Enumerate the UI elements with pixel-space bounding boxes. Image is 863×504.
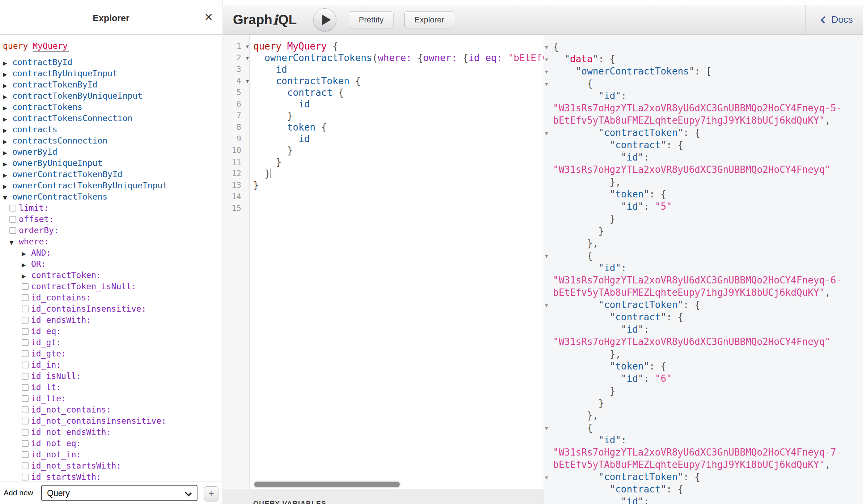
checkbox[interactable] — [22, 429, 29, 436]
tree-item-offset[interactable]: offset: — [0, 214, 222, 225]
tree-item-ownerContractTokenById[interactable]: ▶ownerContractTokenById — [0, 169, 222, 180]
tree-item-contractsConnection[interactable]: ▶contractsConnection — [0, 135, 222, 146]
horizontal-scrollbar[interactable] — [253, 480, 401, 488]
chevron-right-icon[interactable]: ▶ — [22, 271, 31, 282]
query-name-row[interactable]: queryMyQuery — [0, 40, 222, 52]
tree-item-id_not_endsWith[interactable]: id_not_endsWith: — [0, 427, 222, 438]
tree-item-AND[interactable]: ▶AND: — [0, 247, 222, 259]
fold-arrow-icon[interactable]: ▾ — [545, 299, 548, 312]
tree-item-id_gt[interactable]: id_gt: — [0, 337, 222, 348]
tree-item-id_not_in[interactable]: id_not_in: — [0, 449, 222, 460]
add-operation-button[interactable]: + — [204, 486, 218, 501]
chevron-down-icon[interactable]: ▼ — [9, 237, 19, 248]
tree-item-id_in[interactable]: id_in: — [0, 359, 222, 371]
tree-item-contractTokenById[interactable]: ▶contractTokenById — [0, 79, 222, 90]
tree-item-contractByUniqueInput[interactable]: ▶contractByUniqueInput — [0, 68, 222, 79]
code-line[interactable] — [253, 191, 544, 202]
chevron-right-icon[interactable]: ▶ — [3, 181, 12, 192]
chevron-right-icon[interactable]: ▶ — [22, 260, 31, 271]
chevron-right-icon[interactable]: ▶ — [3, 91, 12, 103]
fold-arrow-icon[interactable]: ▾ — [545, 41, 548, 54]
checkbox[interactable] — [9, 216, 16, 223]
tree-item-id_gte[interactable]: id_gte: — [0, 348, 222, 359]
fold-arrow-icon[interactable]: ▾ — [246, 76, 249, 87]
tree-item-OR[interactable]: ▶OR: — [0, 259, 222, 270]
tree-item-id_startsWith[interactable]: id_startsWith: — [0, 471, 222, 482]
fold-arrow-icon[interactable]: ▾ — [545, 66, 548, 78]
chevron-down-icon[interactable]: ▼ — [3, 192, 12, 204]
chevron-right-icon[interactable]: ▶ — [3, 114, 12, 125]
tree-item-contractTokenByUniqueInput[interactable]: ▶contractTokenByUniqueInput — [0, 90, 222, 102]
checkbox[interactable] — [22, 306, 29, 312]
tree-item-ownerById[interactable]: ▶ownerById — [0, 146, 222, 158]
query-editor-code[interactable]: query MyQuery { ownerContractTokens(wher… — [253, 35, 544, 489]
tree-item-contractTokensConnection[interactable]: ▶contractTokensConnection — [0, 113, 222, 124]
tree-item-id_contains[interactable]: id_contains: — [0, 292, 222, 303]
tree-item-ownerByUniqueInput[interactable]: ▶ownerByUniqueInput — [0, 158, 222, 169]
tree-item-ownerContractTokens[interactable]: ▼ownerContractTokens — [0, 191, 222, 202]
chevron-right-icon[interactable]: ▶ — [3, 125, 12, 136]
checkbox[interactable] — [22, 283, 29, 290]
chevron-right-icon[interactable]: ▶ — [3, 159, 12, 170]
fold-arrow-icon[interactable]: ▾ — [545, 127, 548, 140]
chevron-right-icon[interactable]: ▶ — [3, 58, 12, 69]
chevron-right-icon[interactable]: ▶ — [3, 136, 12, 148]
code-line[interactable]: id — [253, 64, 544, 75]
code-line[interactable]: query MyQuery { — [253, 40, 544, 52]
close-icon[interactable]: × — [205, 10, 213, 24]
checkbox[interactable] — [22, 339, 29, 346]
tree-item-contractToken[interactable]: ▶contractToken: — [0, 270, 222, 281]
code-line[interactable]: contract { — [253, 87, 544, 98]
fold-arrow-icon[interactable]: ▾ — [545, 78, 548, 90]
explorer-toggle-button[interactable]: Explorer — [404, 11, 454, 28]
tree-item-id_not_containsInsensitive[interactable]: id_not_containsInsensitive: — [0, 415, 222, 427]
tree-item-id_lt[interactable]: id_lt: — [0, 382, 222, 393]
chevron-right-icon[interactable]: ▶ — [3, 170, 12, 181]
checkbox[interactable] — [22, 317, 29, 324]
checkbox[interactable] — [9, 227, 16, 234]
checkbox[interactable] — [9, 205, 16, 212]
chevron-right-icon[interactable]: ▶ — [3, 103, 12, 114]
code-line[interactable]: id — [253, 133, 544, 145]
fold-arrow-icon[interactable]: ▾ — [246, 41, 249, 52]
code-line[interactable]: } — [253, 110, 544, 121]
code-line[interactable]: } — [253, 168, 544, 179]
checkbox[interactable] — [22, 294, 29, 301]
chevron-right-icon[interactable]: ▶ — [22, 248, 31, 260]
query-name-input[interactable]: MyQuery — [33, 41, 69, 52]
fold-arrow-icon[interactable]: ▾ — [545, 250, 548, 262]
checkbox[interactable] — [22, 328, 29, 335]
execute-query-button[interactable] — [313, 8, 336, 31]
fold-arrow-icon[interactable]: ▾ — [545, 422, 548, 435]
tree-item-id_endsWith[interactable]: id_endsWith: — [0, 315, 222, 326]
tree-item-id_not_eq[interactable]: id_not_eq: — [0, 438, 222, 449]
checkbox[interactable] — [22, 373, 29, 380]
tree-item-where[interactable]: ▼where: — [0, 236, 222, 247]
checkbox[interactable] — [22, 384, 29, 391]
tree-item-id_lte[interactable]: id_lte: — [0, 393, 222, 404]
fold-arrow-icon[interactable]: ▾ — [545, 471, 548, 484]
query-variables-bar[interactable]: QUERY VARIABLES — [223, 489, 544, 504]
checkbox[interactable] — [22, 474, 29, 480]
tree-item-contracts[interactable]: ▶contracts — [0, 124, 222, 135]
tree-item-id_eq[interactable]: id_eq: — [0, 326, 222, 337]
chevron-right-icon[interactable]: ▶ — [3, 69, 12, 80]
tree-item-contractToken_isNull[interactable]: contractToken_isNull: — [0, 281, 222, 292]
code-line[interactable]: } — [253, 145, 544, 156]
checkbox[interactable] — [22, 362, 29, 368]
code-line[interactable]: ownerContractTokens(where: {owner: {id_e… — [253, 52, 544, 64]
docs-link[interactable]: Docs — [821, 5, 853, 34]
fold-arrow-icon[interactable]: ▾ — [246, 52, 249, 64]
checkbox[interactable] — [22, 406, 29, 413]
tree-item-id_isNull[interactable]: id_isNull: — [0, 371, 222, 382]
fold-arrow-icon[interactable]: ▾ — [545, 54, 548, 66]
checkbox[interactable] — [22, 418, 29, 424]
add-new-type-select[interactable]: Query — [41, 485, 197, 501]
tree-item-limit[interactable]: limit: — [0, 202, 222, 214]
code-line[interactable]: contractToken { — [253, 75, 544, 87]
code-line[interactable]: } — [253, 179, 544, 191]
tree-item-orderBy[interactable]: orderBy: — [0, 225, 222, 236]
checkbox[interactable] — [22, 395, 29, 402]
code-line[interactable] — [253, 202, 544, 214]
tree-item-contractById[interactable]: ▶contractById — [0, 57, 222, 68]
